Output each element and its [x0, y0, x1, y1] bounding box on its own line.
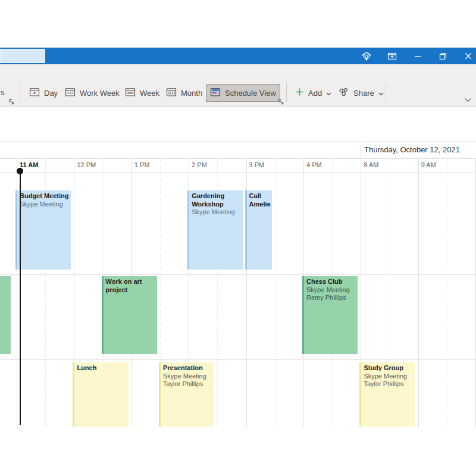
event-detail: Taylor Phillips: [163, 380, 213, 389]
calendar-event[interactable]: Call Amelie: [245, 190, 272, 270]
chevron-down-icon: [378, 89, 384, 98]
premium-diamond-icon[interactable]: [361, 51, 371, 61]
schedule-view-calendar-icon: [210, 87, 221, 99]
time-label: 9 AM: [421, 161, 436, 168]
calendar-event[interactable]: Work on art project: [102, 276, 157, 354]
dialog-launcher-icon[interactable]: [278, 97, 284, 104]
calendar-event[interactable]: Lunch: [73, 362, 128, 427]
ribbon-divider: [386, 83, 386, 103]
event-title: Presentation: [163, 364, 213, 372]
time-label: 8 AM: [364, 161, 378, 168]
minimize-icon[interactable]: [412, 51, 422, 61]
clipped-ribbon-label: s: [1, 88, 5, 97]
calendar-event[interactable]: Study GroupSkype MeetingTaylor Phillips: [359, 362, 415, 427]
calendar-schedule-view: Thursday, October 12, 2021 11 AM12 PM1 P…: [0, 142, 476, 428]
titlebar-search-tab[interactable]: [0, 49, 45, 63]
calendar-event[interactable]: Gardening WorkshopSkype Meeting: [187, 190, 243, 270]
row-separator: [0, 274, 476, 275]
event-detail: Skype Meeting: [192, 208, 242, 217]
plus-icon: [295, 87, 304, 98]
week-calendar-icon: [125, 87, 136, 99]
add-label: Add: [308, 89, 322, 98]
work-week-view-label: Work Week: [80, 89, 120, 98]
event-title: Gardening Workshop: [192, 192, 242, 208]
ribbon-divider: [20, 83, 20, 103]
time-label: 12 PM: [77, 161, 96, 168]
chevron-down-icon: [326, 89, 331, 98]
schedule-view-button[interactable]: Schedule View: [206, 84, 280, 102]
month-view-button[interactable]: Month: [162, 84, 206, 102]
time-label: 2 PM: [192, 161, 207, 168]
half-hour-grid-line: [275, 159, 275, 427]
event-title: Study Group: [364, 364, 414, 372]
restore-down-icon[interactable]: [438, 51, 448, 61]
event-detail: Skype Meeting: [306, 286, 356, 295]
calendar-event[interactable]: [0, 276, 11, 354]
weather-bar: Park Valley, California ▾ Today 61° F / …: [0, 107, 476, 142]
current-time-line: [20, 171, 21, 425]
hour-grid-line: [418, 159, 419, 427]
add-calendar-button[interactable]: Add: [291, 84, 336, 102]
week-view-label: Week: [140, 89, 159, 98]
calendar-event[interactable]: PresentationSkype MeetingTaylor Phillips: [159, 362, 214, 427]
event-detail: Taylor Phillips: [364, 380, 414, 389]
work-week-calendar-icon: [65, 87, 76, 99]
time-label: 1 PM: [134, 161, 150, 168]
time-label: 4 PM: [306, 161, 322, 168]
event-detail: Skype Meeting: [20, 201, 70, 209]
event-detail: Skype Meeting: [163, 372, 213, 381]
time-label: 11 AM: [20, 161, 38, 168]
screen: s Day Work Week Week Month Schedule View: [0, 0, 476, 476]
event-title: Work on art project: [106, 278, 156, 294]
event-title: Budget Meeting: [20, 192, 70, 201]
grid-line: [0, 173, 476, 173]
event-title: Chess Club: [306, 278, 356, 286]
event-title: Call Amelie: [249, 192, 271, 208]
work-week-view-button[interactable]: Work Week: [61, 84, 124, 102]
day-view-button[interactable]: Day: [25, 84, 62, 102]
schedule-view-label: Schedule View: [225, 89, 276, 98]
day-view-label: Day: [44, 89, 58, 98]
date-header: Thursday, October 12, 2021: [364, 145, 460, 154]
share-icon: [338, 87, 349, 99]
close-icon[interactable]: [463, 51, 473, 61]
ribbon-divider: [286, 83, 287, 103]
grid-line: [0, 158, 476, 159]
day-calendar-icon: [29, 87, 40, 99]
event-detail: Remy Phillips: [306, 294, 356, 302]
dialog-launcher-icon[interactable]: [8, 97, 15, 104]
collapse-ribbon-chevron-icon[interactable]: [464, 94, 472, 105]
time-label: 3 PM: [249, 161, 265, 168]
row-separator: [0, 359, 476, 360]
event-title: Lunch: [77, 364, 127, 372]
half-hour-grid-line: [447, 159, 447, 427]
event-detail: Skype Meeting: [364, 372, 414, 381]
share-label: Share: [353, 89, 374, 98]
pop-out-window-icon[interactable]: [387, 51, 397, 61]
month-view-label: Month: [181, 89, 202, 98]
calendar-event[interactable]: Chess ClubSkype MeetingRemy Phillips: [302, 276, 358, 354]
grid-line: [0, 142, 476, 142]
week-view-button[interactable]: Week: [121, 84, 164, 102]
share-calendar-button[interactable]: Share: [334, 84, 388, 102]
month-calendar-icon: [166, 87, 177, 99]
titlebar: [0, 48, 476, 64]
calendar-event[interactable]: Budget MeetingSkype Meeting: [15, 190, 71, 270]
